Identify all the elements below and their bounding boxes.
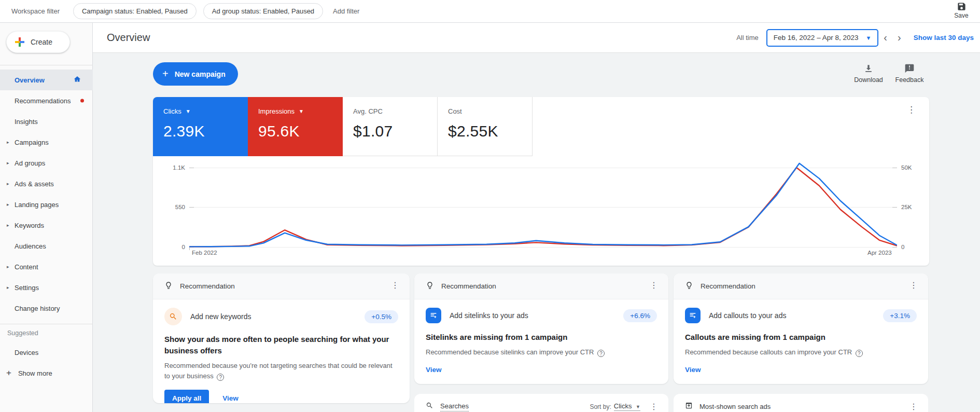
- save-icon: [947, 2, 976, 11]
- sidebar-item-devices[interactable]: Devices: [0, 342, 93, 363]
- recommendation-headline: Callouts are missing from 1 campaign: [685, 332, 917, 343]
- sidebar-item-label: Audiences: [15, 242, 46, 250]
- save-button[interactable]: Save: [947, 2, 976, 19]
- feedback-button[interactable]: Feedback: [890, 63, 929, 84]
- sidebar-item-ad-groups[interactable]: ▸ Ad groups: [0, 153, 93, 173]
- ad-page-icon: [685, 402, 693, 411]
- view-link[interactable]: View: [222, 394, 239, 402]
- help-icon[interactable]: ?: [856, 350, 863, 357]
- card-menu-button[interactable]: ⋮: [650, 403, 658, 411]
- help-icon[interactable]: ?: [597, 350, 605, 357]
- create-button-label: Create: [31, 38, 52, 46]
- sidebar-item-keywords[interactable]: ▸ Keywords: [0, 215, 93, 236]
- sidebar-nav: Overview Recommendations Insights ▸ Camp…: [0, 70, 93, 383]
- top-filter-bar: Workspace filter Campaign status: Enable…: [0, 0, 980, 23]
- recommendation-headline: Show your ads more often to people searc…: [164, 334, 398, 356]
- notification-dot: [80, 99, 84, 103]
- recommendation-card-body: Add new keywords +0.5% Show your ads mor…: [153, 299, 410, 403]
- card-menu-button[interactable]: ⋮: [909, 403, 918, 411]
- sidebar-item-insights[interactable]: Insights: [0, 111, 93, 132]
- most-shown-ads-card: Most-shown search ads ⋮: [674, 394, 928, 412]
- sidebar-item-recommendations[interactable]: Recommendations: [0, 90, 93, 111]
- sidebar-item-landing-pages[interactable]: ▸ Landing pages: [0, 194, 93, 215]
- create-button[interactable]: Create: [6, 31, 70, 53]
- performance-chart-card: Clicks▼ 2.39K Impressions▼ 95.6K Avg. CP…: [153, 97, 929, 266]
- card-menu-button[interactable]: ⋮: [909, 281, 918, 290]
- expand-arrow-icon: ▸: [7, 264, 9, 269]
- chart-card-menu-button[interactable]: ⋮: [907, 105, 916, 114]
- sidebar-item-audiences[interactable]: Audiences: [0, 236, 93, 256]
- chevron-down-icon: ▼: [299, 108, 304, 114]
- workspace-filter-label: Workspace filter: [11, 7, 60, 15]
- add-filter-button[interactable]: Add filter: [333, 7, 359, 15]
- sidebar-item-content[interactable]: ▸ Content: [0, 256, 93, 277]
- lightbulb-icon: [426, 281, 434, 292]
- sidebar: Create Overview Recommendations Insights…: [0, 23, 93, 412]
- metric-tab-cost[interactable]: Cost $2.55K: [438, 97, 533, 156]
- sidebar-item-overview[interactable]: Overview: [0, 70, 93, 90]
- show-more-label: Show more: [18, 369, 52, 377]
- sidebar-item-settings[interactable]: ▸ Settings: [0, 277, 93, 298]
- card-menu-button[interactable]: ⋮: [391, 281, 399, 290]
- sidebar-item-label: Campaigns: [15, 139, 49, 146]
- callout-icon: [685, 308, 701, 323]
- recommendation-card-header: Recommendation ⋮: [414, 273, 668, 299]
- recommendation-card-callouts: Recommendation ⋮ Add callouts to your ad…: [674, 273, 928, 384]
- date-range-value: Feb 16, 2022 – Apr 8, 2023: [774, 34, 859, 42]
- sidebar-item-change-history[interactable]: Change history: [0, 298, 93, 319]
- recommendation-action-label[interactable]: Add callouts to your ads: [709, 311, 786, 320]
- expand-arrow-icon: ▸: [7, 140, 9, 145]
- series-line-impressions: [189, 168, 897, 246]
- y-axis-right-tick: 25K: [901, 204, 912, 210]
- metric-label: Clicks: [163, 107, 181, 115]
- recommendation-card-sitelinks: Recommendation ⋮ Add sitelinks to your a…: [414, 273, 668, 384]
- lightbulb-icon: [685, 281, 693, 292]
- sort-by-dropdown[interactable]: Clicks ▼: [614, 402, 640, 411]
- page-header: Overview All time Feb 16, 2022 – Apr 8, …: [93, 23, 980, 53]
- ad-group-status-filter-chip[interactable]: Ad group status: Enabled, Paused: [203, 3, 323, 19]
- searches-card-title[interactable]: Searches: [440, 402, 469, 411]
- sidebar-item-label: Recommendations: [15, 97, 71, 105]
- uplift-badge: +3.1%: [883, 309, 917, 322]
- most-shown-ads-title: Most-shown search ads: [699, 403, 771, 410]
- uplift-badge: +6.6%: [623, 309, 657, 322]
- y-axis-left-tick: 0: [158, 244, 185, 250]
- view-link[interactable]: View: [426, 366, 442, 374]
- date-range-picker[interactable]: Feb 16, 2022 – Apr 8, 2023 ▼: [766, 29, 879, 47]
- sidebar-item-label: Overview: [15, 76, 45, 84]
- help-icon[interactable]: ?: [217, 374, 224, 381]
- new-campaign-button[interactable]: + New campaign: [153, 62, 238, 86]
- sidebar-item-label: Ad groups: [15, 159, 45, 167]
- recommendation-action-label[interactable]: Add new keywords: [190, 312, 251, 321]
- recommendation-action-label[interactable]: Add sitelinks to your ads: [450, 311, 528, 320]
- sidebar-item-label: Ads & assets: [15, 180, 54, 188]
- chart-lines: [189, 156, 897, 260]
- recommendation-header-label: Recommendation: [441, 282, 496, 290]
- page-title: Overview: [107, 32, 150, 44]
- campaign-status-chip-label: Campaign status: Enabled, Paused: [82, 7, 188, 15]
- show-more-button[interactable]: + Show more: [0, 363, 93, 383]
- expand-arrow-icon: ▸: [7, 202, 9, 207]
- apply-all-button[interactable]: Apply all: [164, 390, 209, 403]
- ad-group-status-chip-label: Ad group status: Enabled, Paused: [212, 7, 314, 15]
- previous-period-button[interactable]: ‹: [878, 32, 892, 44]
- download-button[interactable]: Download: [849, 63, 888, 84]
- recommendation-header-label: Recommendation: [180, 282, 235, 290]
- metric-tab-clicks[interactable]: Clicks▼ 2.39K: [153, 97, 248, 156]
- next-period-button[interactable]: ›: [892, 32, 906, 44]
- uplift-badge: +0.5%: [365, 310, 398, 323]
- view-link[interactable]: View: [685, 366, 701, 374]
- metric-tab-impressions[interactable]: Impressions▼ 95.6K: [248, 97, 343, 156]
- chevron-down-icon: ▼: [186, 108, 191, 114]
- card-menu-button[interactable]: ⋮: [650, 281, 658, 290]
- y-axis-right-tick: 50K: [901, 164, 912, 171]
- recommendation-header-label: Recommendation: [701, 282, 755, 290]
- expand-arrow-icon: ▸: [7, 160, 9, 166]
- metric-tab-avg-cpc[interactable]: Avg. CPC $1.07: [343, 97, 438, 156]
- sidebar-item-ads-assets[interactable]: ▸ Ads & assets: [0, 173, 93, 194]
- plus-icon: +: [6, 368, 11, 378]
- show-last-30-days-link[interactable]: Show last 30 days: [914, 34, 974, 42]
- sidebar-item-campaigns[interactable]: ▸ Campaigns: [0, 132, 93, 153]
- recommendation-headline: Sitelinks are missing from 1 campaign: [426, 332, 657, 343]
- campaign-status-filter-chip[interactable]: Campaign status: Enabled, Paused: [73, 3, 197, 19]
